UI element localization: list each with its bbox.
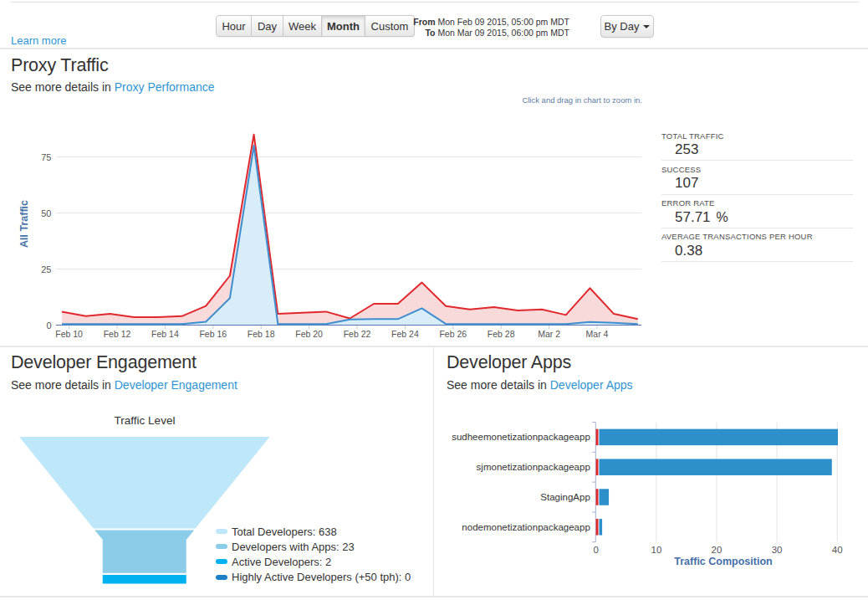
range-button-month[interactable]: Month bbox=[322, 15, 365, 37]
stat-value: 57.71% bbox=[661, 209, 853, 226]
traffic-stats-panel: TOTAL TRAFFIC 253 SUCCESS 107 ERROR RATE… bbox=[661, 127, 853, 262]
range-button-day[interactable]: Day bbox=[252, 15, 283, 37]
from-value: Mon Feb 09 2015, 05:00 pm MDT bbox=[437, 17, 569, 27]
y-tick-label: 0 bbox=[46, 321, 51, 331]
bar-category-label: nodemonetizationpackageapp bbox=[462, 522, 590, 532]
legend-row: Highly Active Developers (+50 tph): 0 bbox=[216, 570, 411, 585]
x-tick-label: Feb 14 bbox=[151, 329, 179, 339]
x-axis-title: Traffic Composition bbox=[674, 556, 772, 567]
proxy-traffic-title: Proxy Traffic bbox=[11, 55, 108, 76]
stat-value: 253 bbox=[661, 141, 853, 158]
x-tick-label: 40 bbox=[832, 545, 843, 555]
stat-row-error-rate: ERROR RATE 57.71% bbox=[661, 195, 853, 228]
legend-swatch bbox=[216, 544, 227, 549]
group-by-dropdown-button[interactable]: By Day bbox=[600, 15, 654, 38]
bar-error-1[interactable] bbox=[596, 459, 599, 475]
stat-row-success: SUCCESS 107 bbox=[661, 161, 853, 194]
stat-label: ERROR RATE bbox=[661, 198, 853, 208]
stat-value: 107 bbox=[661, 175, 853, 192]
date-range-from: From Mon Feb 09 2015, 05:00 pm MDT bbox=[402, 17, 569, 28]
x-tick-label: Feb 26 bbox=[439, 329, 467, 339]
developer-engagement-link[interactable]: Developer Engagement bbox=[115, 378, 237, 392]
group-by-label: By Day bbox=[605, 20, 640, 33]
to-label: To bbox=[425, 28, 435, 38]
success-line[interactable] bbox=[62, 146, 638, 324]
x-tick-label: Mar 2 bbox=[538, 329, 560, 339]
legend-label: Total Developers: 638 bbox=[232, 526, 337, 538]
x-tick-label: 10 bbox=[651, 545, 662, 555]
success-area[interactable] bbox=[62, 146, 638, 325]
x-tick-label: Feb 12 bbox=[104, 329, 131, 339]
header-divider bbox=[0, 48, 868, 49]
learn-more-link[interactable]: Learn more bbox=[11, 34, 66, 47]
analytics-dashboard: Learn more HourDayWeekMonthCustom From M… bbox=[0, 0, 868, 600]
y-tick-label: 50 bbox=[41, 208, 51, 218]
bar-error-3[interactable] bbox=[596, 519, 599, 536]
x-tick-label: Feb 22 bbox=[344, 329, 371, 339]
section-divider bbox=[0, 346, 868, 347]
date-range-to: To Mon Mar 09 2015, 06:00 pm MDT bbox=[402, 28, 569, 38]
legend-row: Total Developers: 638 bbox=[216, 524, 411, 539]
x-tick-label: Feb 24 bbox=[391, 329, 419, 339]
bar-category-label: sjmonetizationpackageapp bbox=[477, 462, 590, 472]
subtitle-prefix: See more details in bbox=[11, 80, 115, 94]
developer-engagement-subtitle: See more details in Developer Engagement bbox=[11, 378, 237, 392]
bar-success-1[interactable] bbox=[599, 459, 831, 475]
legend-swatch bbox=[216, 529, 227, 534]
time-range-button-group: HourDayWeekMonthCustom bbox=[216, 15, 415, 37]
x-tick-label: 0 bbox=[594, 545, 599, 555]
stat-value-unit: % bbox=[711, 210, 728, 224]
all-traffic-area[interactable] bbox=[62, 135, 638, 326]
funnel-segment-1[interactable] bbox=[94, 530, 194, 572]
all-traffic-line[interactable] bbox=[62, 135, 638, 320]
bar-success-0[interactable] bbox=[599, 429, 838, 446]
stat-row-total-traffic: TOTAL TRAFFIC 253 bbox=[661, 127, 853, 161]
range-button-week[interactable]: Week bbox=[283, 15, 322, 37]
range-button-hour[interactable]: Hour bbox=[216, 15, 252, 37]
stat-label: SUCCESS bbox=[661, 165, 853, 174]
zoom-hint: Click and drag in chart to zoom in. bbox=[418, 95, 642, 105]
x-tick-label: Feb 16 bbox=[199, 329, 227, 339]
bar-error-0[interactable] bbox=[596, 429, 599, 446]
legend-swatch bbox=[216, 575, 227, 580]
developer-apps-link[interactable]: Developer Apps bbox=[550, 378, 633, 392]
subtitle-prefix: See more details in bbox=[11, 378, 115, 392]
y-tick-label: 75 bbox=[41, 152, 51, 162]
top-border-line bbox=[11, 2, 859, 3]
developer-apps-chart[interactable]: sudheemonetizationpackageappsjmonetizati… bbox=[434, 414, 868, 577]
subtitle-prefix: See more details in bbox=[447, 378, 550, 392]
x-tick-label: 20 bbox=[712, 545, 722, 555]
x-tick-label: Feb 10 bbox=[55, 329, 83, 339]
y-tick-label: 25 bbox=[41, 264, 51, 274]
caret-down-icon bbox=[643, 25, 650, 28]
funnel-segment-0[interactable] bbox=[19, 437, 270, 529]
funnel-legend: Total Developers: 638Developers with App… bbox=[216, 524, 411, 585]
x-tick-label: Feb 18 bbox=[248, 329, 275, 339]
stat-value-number: 57.71 bbox=[675, 209, 711, 225]
from-label: From bbox=[413, 17, 435, 27]
bar-error-2[interactable] bbox=[596, 489, 599, 505]
date-range-summary: From Mon Feb 09 2015, 05:00 pm MDT To Mo… bbox=[402, 17, 569, 38]
funnel-chart-title: Traffic Level bbox=[0, 414, 289, 427]
proxy-traffic-chart[interactable]: 0255075Feb 10Feb 12Feb 14Feb 16Feb 18Feb… bbox=[0, 109, 661, 343]
x-tick-label: 30 bbox=[772, 545, 783, 555]
bar-category-label: StagingApp bbox=[540, 492, 590, 502]
legend-swatch bbox=[216, 559, 227, 564]
legend-label: Highly Active Developers (+50 tph): 0 bbox=[232, 571, 411, 583]
stat-label: TOTAL TRAFFIC bbox=[661, 131, 853, 141]
legend-label: Developers with Apps: 23 bbox=[232, 541, 355, 553]
x-tick-label: Feb 28 bbox=[488, 329, 515, 339]
proxy-traffic-subtitle: See more details in Proxy Performance bbox=[11, 80, 215, 94]
legend-row: Active Developers: 2 bbox=[216, 554, 411, 569]
stat-label: AVERAGE TRANSACTIONS PER HOUR bbox=[661, 232, 853, 241]
footer-strip bbox=[0, 597, 868, 600]
stat-row-average-tph: AVERAGE TRANSACTIONS PER HOUR 0.38 bbox=[661, 228, 853, 262]
proxy-performance-link[interactable]: Proxy Performance bbox=[115, 80, 215, 94]
developer-apps-subtitle: See more details in Developer Apps bbox=[447, 378, 633, 392]
developer-apps-title: Developer Apps bbox=[447, 352, 571, 373]
funnel-segment-2[interactable] bbox=[103, 575, 186, 584]
bar-category-label: sudheemonetizationpackageapp bbox=[452, 432, 590, 442]
y-axis-title: All Traffic bbox=[18, 200, 30, 248]
bar-success-3[interactable] bbox=[599, 519, 602, 536]
bar-success-2[interactable] bbox=[599, 489, 609, 505]
